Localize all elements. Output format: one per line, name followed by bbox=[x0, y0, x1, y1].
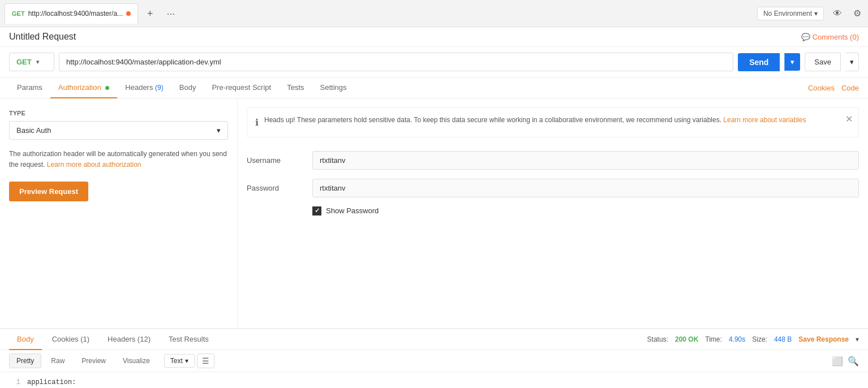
comments-label: Comments (0) bbox=[813, 33, 859, 41]
method-value: GET bbox=[16, 58, 32, 66]
tab-url: http://localhost:9400/master/a... bbox=[28, 10, 123, 18]
password-row: Password bbox=[238, 174, 868, 202]
bottom-section: Body Cookies (1) Headers (12) Test Resul… bbox=[0, 328, 868, 388]
tab-headers[interactable]: Headers (9) bbox=[117, 77, 171, 98]
auth-left-panel: TYPE Basic Auth ▾ The authorization head… bbox=[0, 98, 238, 328]
tab-settings[interactable]: Settings bbox=[312, 77, 355, 98]
learn-more-vars-link[interactable]: Learn more about variables bbox=[723, 116, 806, 124]
top-bar: GET http://localhost:9400/master/a... + … bbox=[0, 0, 868, 27]
url-input[interactable] bbox=[59, 53, 733, 71]
warning-close-button[interactable]: ✕ bbox=[845, 114, 853, 124]
send-button[interactable]: Send bbox=[738, 53, 780, 71]
eye-icon[interactable]: 👁 bbox=[831, 6, 844, 21]
comment-icon: 💬 bbox=[801, 33, 810, 41]
request-title: Untitled Request bbox=[9, 32, 76, 42]
auth-type-selector[interactable]: Basic Auth ▾ bbox=[9, 121, 228, 140]
status-value: 200 OK bbox=[675, 335, 698, 343]
copy-button[interactable]: ⬜ bbox=[832, 356, 843, 367]
code-tab-visualize[interactable]: Visualize bbox=[115, 353, 157, 368]
code-link[interactable]: Code bbox=[841, 84, 859, 92]
chevron-down-icon: ▾ bbox=[814, 10, 818, 18]
password-label: Password bbox=[247, 184, 303, 192]
auth-type-value: Basic Auth bbox=[16, 126, 51, 135]
chevron-down-icon: ▾ bbox=[217, 126, 221, 135]
format-arrow-icon: ▾ bbox=[185, 357, 188, 365]
password-input[interactable] bbox=[312, 179, 859, 197]
username-row: Username bbox=[238, 146, 868, 174]
top-right-area: No Environment ▾ 👁 ⚙ bbox=[757, 6, 863, 21]
username-input[interactable] bbox=[312, 151, 859, 170]
more-tabs-button[interactable]: ··· bbox=[162, 6, 180, 21]
tab-method: GET bbox=[12, 10, 25, 17]
save-arrow-button[interactable]: ▾ bbox=[845, 53, 859, 71]
method-selector[interactable]: GET ▾ bbox=[9, 53, 54, 71]
format-selector[interactable]: Text ▾ bbox=[164, 354, 195, 368]
env-label: No Environment bbox=[763, 10, 812, 18]
bottom-tab-headers[interactable]: Headers (12) bbox=[100, 329, 158, 350]
main-content: TYPE Basic Auth ▾ The authorization head… bbox=[0, 98, 868, 328]
learn-more-link[interactable]: Learn more about authorization bbox=[47, 161, 141, 169]
code-actions: ⬜ 🔍 bbox=[832, 356, 859, 367]
environment-selector[interactable]: No Environment ▾ bbox=[757, 7, 824, 20]
auth-active-dot bbox=[105, 86, 109, 90]
auth-right-panel: ℹ Heads up! These parameters hold sensit… bbox=[238, 98, 868, 328]
tab-tests[interactable]: Tests bbox=[279, 77, 312, 98]
gear-icon[interactable]: ⚙ bbox=[851, 6, 863, 21]
add-tab-button[interactable]: + bbox=[143, 6, 158, 21]
save-response-button[interactable]: Save Response bbox=[798, 335, 849, 343]
type-label: TYPE bbox=[9, 110, 228, 117]
bottom-tab-test-results[interactable]: Test Results bbox=[161, 329, 217, 350]
size-label: Size: bbox=[752, 335, 767, 343]
warning-banner: ℹ Heads up! These parameters hold sensit… bbox=[247, 107, 859, 137]
wrap-button[interactable]: ☰ bbox=[197, 353, 214, 368]
format-label: Text bbox=[170, 357, 183, 365]
request-header: Untitled Request 💬 Comments (0) bbox=[0, 27, 868, 47]
code-tab-raw[interactable]: Raw bbox=[44, 353, 72, 368]
save-response-arrow-icon: ▾ bbox=[856, 335, 859, 343]
line-code: application: bbox=[27, 377, 76, 388]
code-area: 1 application: 2 name: master-config-dev… bbox=[0, 372, 868, 388]
bottom-tab-cookies[interactable]: Cookies (1) bbox=[44, 329, 97, 350]
show-password-row: ✓ Show Password bbox=[238, 202, 868, 220]
status-info: Status: 200 OK Time: 4.90s Size: 448 B S… bbox=[647, 335, 859, 343]
tab-params[interactable]: Params bbox=[9, 77, 50, 98]
show-password-checkbox[interactable]: ✓ bbox=[312, 206, 321, 215]
cookies-link[interactable]: Cookies bbox=[808, 84, 835, 92]
code-line-1: 1 application: bbox=[9, 377, 859, 388]
headers-badge: (9) bbox=[155, 84, 164, 92]
username-label: Username bbox=[247, 156, 303, 165]
code-tab-preview[interactable]: Preview bbox=[74, 353, 113, 368]
save-button[interactable]: Save bbox=[805, 53, 841, 71]
show-password-label[interactable]: Show Password bbox=[326, 206, 379, 215]
send-arrow-button[interactable]: ▾ bbox=[784, 53, 800, 71]
active-tab[interactable]: GET http://localhost:9400/master/a... bbox=[5, 3, 138, 24]
bottom-tabs-bar: Body Cookies (1) Headers (12) Test Resul… bbox=[0, 329, 868, 350]
search-button[interactable]: 🔍 bbox=[848, 356, 859, 367]
bottom-tab-body[interactable]: Body bbox=[9, 329, 42, 350]
tab-pre-request[interactable]: Pre-request Script bbox=[204, 77, 279, 98]
url-bar: GET ▾ Send ▾ Save ▾ bbox=[0, 47, 868, 77]
comments-button[interactable]: 💬 Comments (0) bbox=[801, 33, 859, 41]
preview-request-button[interactable]: Preview Request bbox=[9, 182, 88, 201]
tabs-right-actions: Cookies Code bbox=[808, 84, 859, 92]
time-value: 4.90s bbox=[729, 335, 745, 343]
warning-text: Heads up! These parameters hold sensitiv… bbox=[264, 115, 806, 126]
warning-icon: ℹ bbox=[255, 115, 259, 130]
method-arrow-icon: ▾ bbox=[36, 59, 39, 65]
tab-modified-dot bbox=[126, 11, 131, 16]
auth-description: The authorization header will be automat… bbox=[9, 149, 228, 170]
checkmark-icon: ✓ bbox=[315, 207, 320, 214]
time-label: Time: bbox=[705, 335, 722, 343]
request-tabs-bar: Params Authorization Headers (9) Body Pr… bbox=[0, 77, 868, 98]
size-value: 448 B bbox=[774, 335, 792, 343]
line-number: 1 bbox=[9, 377, 20, 388]
code-tab-pretty[interactable]: Pretty bbox=[9, 353, 41, 368]
status-label: Status: bbox=[647, 335, 668, 343]
tab-body[interactable]: Body bbox=[171, 77, 204, 98]
code-toolbar: Pretty Raw Preview Visualize Text ▾ ☰ ⬜ … bbox=[0, 350, 868, 372]
tab-authorization[interactable]: Authorization bbox=[50, 77, 118, 98]
